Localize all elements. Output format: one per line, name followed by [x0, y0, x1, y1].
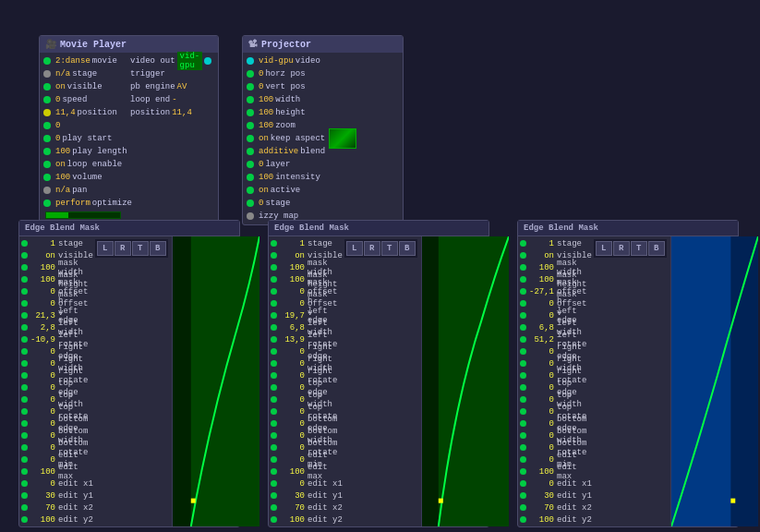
param-label: optimize: [92, 199, 132, 208]
btn-T[interactable]: T: [132, 241, 149, 256]
dot: [247, 57, 254, 65]
param-value: 100: [259, 173, 273, 182]
ebm-params-list-1: 1stage onvisible 100mask width 100mask h…: [21, 237, 93, 526]
btn-B3[interactable]: B: [648, 241, 665, 256]
param-value: on: [55, 160, 66, 169]
projector-title: Projector: [261, 40, 311, 50]
param-label: play length: [72, 147, 127, 156]
camera-icon: 🎥: [45, 39, 56, 50]
performance-fill: [46, 212, 68, 218]
dot: [247, 187, 254, 194]
param-row: 100 volume: [42, 171, 125, 184]
param-value: 11,4: [55, 108, 76, 117]
param-label: pan: [72, 186, 87, 195]
dot: [43, 187, 51, 194]
param-row: 0 stage: [245, 197, 401, 210]
param-label: horz pos: [265, 69, 305, 79]
param-value: n/a: [55, 69, 70, 79]
param-value: AV: [177, 82, 187, 91]
param-value: 0: [55, 134, 60, 143]
dot: [43, 96, 51, 103]
ebm-title-1: Edge Blend Mask: [25, 224, 100, 233]
param-value: 0: [259, 82, 263, 91]
btn-L[interactable]: L: [97, 241, 114, 256]
ebm-body-2: 1stage onvisible 100mask width 100mask h…: [269, 236, 489, 526]
param-label: video out: [130, 56, 175, 66]
param-row: 0 horz pos: [245, 67, 401, 80]
btn-R2[interactable]: R: [364, 241, 380, 256]
movie-player-right-col: video out vid-gpu trigger pb engine AV l…: [128, 54, 216, 221]
ebm-canvas-1: [172, 236, 259, 526]
dot: [247, 135, 254, 142]
btn-R[interactable]: R: [115, 241, 131, 256]
param-row: vid-gpu video: [245, 54, 401, 67]
param-label: layer: [265, 160, 290, 169]
param-label: intensity: [275, 173, 320, 182]
btn-T2[interactable]: T: [381, 241, 398, 256]
btn-T3[interactable]: T: [631, 241, 647, 256]
param-label: keep aspect: [271, 134, 325, 143]
param-label: zoom: [275, 121, 296, 130]
btn-R3[interactable]: R: [613, 241, 630, 256]
ebm-canvas-3: [670, 236, 758, 526]
param-row: 0 layer: [245, 158, 401, 171]
param-value: 2:danse: [55, 56, 90, 66]
param-row: on visible: [42, 80, 125, 93]
btn-B2[interactable]: B: [399, 241, 416, 256]
ebm-canvas-2: [421, 236, 509, 526]
dot: [247, 96, 254, 103]
param-row: 11,4 position: [42, 106, 125, 119]
dot: [43, 70, 51, 78]
param-value: 100: [259, 108, 273, 117]
dot: [43, 83, 51, 91]
param-value: 0: [259, 160, 263, 169]
movie-player-title: Movie Player: [60, 40, 127, 50]
ebm-buttons-1: L R T B: [93, 237, 170, 260]
param-label: visible: [67, 82, 103, 91]
param-label: speed: [62, 95, 87, 104]
ebm-button-group-1: L R T B: [95, 239, 168, 258]
dot: [43, 109, 51, 116]
param-value: 100: [259, 121, 273, 130]
ebm-body-3: 1stage onvisible 100mask width 100mask h…: [518, 236, 738, 526]
param-label: loop enable: [67, 160, 122, 169]
param-row: on active: [245, 184, 401, 197]
param-label: blend: [300, 147, 325, 156]
ebm-params-list-3: 1stage onvisible 100mask width 100mask h…: [520, 237, 592, 526]
ebm-title-2: Edge Blend Mask: [274, 224, 349, 233]
param-label: loop end: [130, 95, 170, 104]
param-label: width: [275, 95, 300, 104]
btn-L2[interactable]: L: [346, 241, 363, 256]
edge-blend-mask-1: Edge Blend Mask 1stage onvisible 100mask…: [18, 220, 240, 527]
btn-L3[interactable]: L: [596, 241, 612, 256]
param-value: 100: [55, 147, 70, 156]
dot: [43, 57, 51, 65]
dot: [43, 135, 51, 142]
edge-blend-mask-2: Edge Blend Mask 1stage onvisible 100mask…: [268, 220, 489, 527]
dot: [43, 122, 51, 129]
dot: [204, 57, 211, 65]
ebm-buttons-3: L R T B: [592, 237, 669, 260]
btn-B[interactable]: B: [150, 241, 166, 256]
param-value: n/a: [55, 186, 70, 195]
performance-bar: [45, 212, 121, 219]
dot: [43, 148, 51, 155]
param-row: 100 play length: [42, 145, 125, 158]
param-row: pb engine AV: [128, 80, 216, 93]
dot: [247, 200, 254, 207]
dot: [43, 174, 51, 181]
ebm-buttons-2: L R T B: [343, 237, 419, 260]
projector-icon: 📽: [248, 39, 258, 50]
param-label: video: [296, 56, 320, 66]
param-row: loop end -: [128, 93, 216, 106]
ebm-header-1: Edge Blend Mask: [19, 221, 239, 236]
dot: [247, 148, 254, 155]
dot: [247, 83, 254, 91]
param-label: position: [78, 108, 117, 117]
param-label: play start: [62, 134, 112, 143]
param-row: video out vid-gpu: [128, 54, 216, 67]
projector-node: 📽 Projector vid-gpu video 0 horz pos 0 v…: [242, 35, 404, 225]
param-value: 100: [55, 173, 70, 182]
param-value: perform: [55, 199, 90, 208]
param-label: active: [271, 186, 300, 195]
